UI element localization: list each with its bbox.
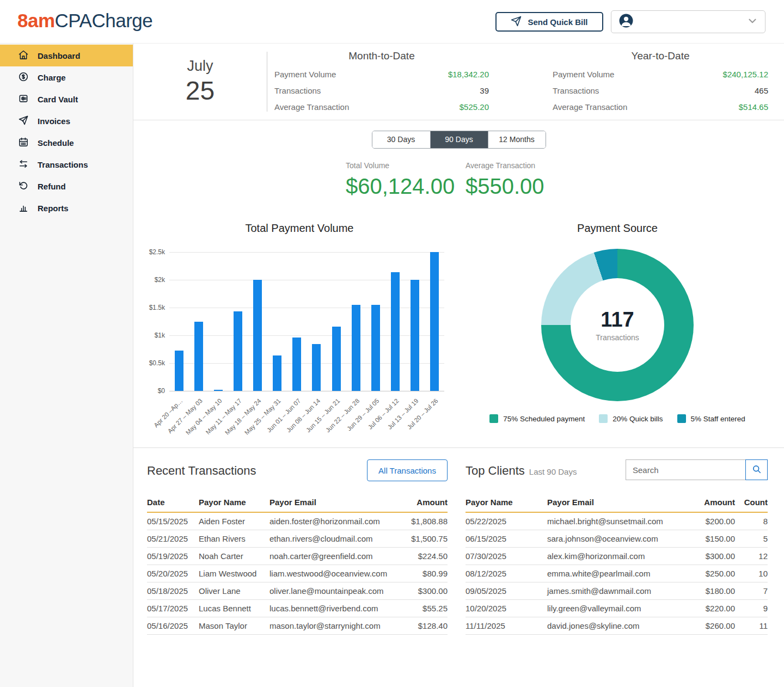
stat-label: Average Transaction [274,102,349,112]
table-cell: 09/05/2025 [465,582,547,599]
app-logo: 8amCPACharge [17,10,152,32]
stat-value: $514.65 [739,102,768,112]
top-clients-header: Top ClientsLast 90 Days [465,457,768,486]
table-cell: 05/17/2025 [147,599,199,617]
table-header-row: Date Payor Name Payor Email Amount [147,493,448,512]
top-clients-panel: Top ClientsLast 90 Days Payor Name Payor… [465,457,768,635]
table-row: 05/15/2025Aiden Fosteraiden.foster@horiz… [147,512,448,530]
table-row: 09/05/2025james.smith@dawnmail.com$180.0… [465,582,768,599]
recent-transactions-table: Date Payor Name Payor Email Amount 05/15… [147,493,448,635]
table-cell: $150.00 [686,530,735,547]
y-axis-tick: $1.5k [149,304,165,311]
stat-value: $18,342.20 [448,70,489,79]
sidebar-item-charge[interactable]: Charge [0,66,133,88]
table-row: 05/22/2025michael.bright@sunsetmail.com$… [465,512,768,530]
table-cell: Lucas Bennett [199,599,270,617]
bar [273,355,281,391]
table-cell: david.jones@skyline.com [547,617,686,634]
table-cell: $300.00 [686,547,735,565]
bar [194,322,203,391]
logo-8am: 8am [17,10,55,31]
stat-label: Average Transaction [553,102,627,112]
tab-12-months[interactable]: 12 Months [488,131,546,148]
send-quick-bill-button[interactable]: Send Quick Bill [495,12,603,32]
user-account-dropdown[interactable] [611,10,765,33]
main-content: July 25 Month-to-Date Payment Volume $18… [133,44,784,687]
bar [352,305,360,391]
table-cell: ethan.rivers@cloudmail.com [270,530,393,547]
search-input[interactable] [626,459,745,480]
charts-section: Total Payment Volume $0$0.5k$1k$1.5k$2k$… [133,217,784,447]
sidebar-item-label: Schedule [38,138,74,148]
table-row: 05/17/2025Lucas Bennettlucas.bennett@riv… [147,599,448,617]
sidebar-item-dashboard[interactable]: Dashboard [0,45,133,66]
column-header-payor-email: Payor Email [270,493,393,512]
table-cell: james.smith@dawnmail.com [547,582,686,599]
column-header-date: Date [147,493,199,512]
average-transaction-summary: Average Transaction $550.00 [465,161,544,199]
stat-value: 465 [755,86,768,95]
table-cell: $128.40 [393,617,448,634]
table-cell: noah.carter@greenfield.com [270,547,393,565]
sidebar-item-card-vault[interactable]: Card Vault [0,88,133,110]
stat-value: 39 [480,86,489,95]
all-transactions-button[interactable]: All Transactions [367,459,448,481]
x-axis-label: May 18 – May 24 [224,397,262,436]
table-cell: 05/21/2025 [147,530,199,547]
table-cell: 10/20/2025 [465,599,547,617]
table-cell: 07/30/2025 [465,547,547,565]
table-cell: $200.00 [686,512,735,530]
y-axis-tick: $0 [158,387,165,395]
table-cell: $220.00 [686,599,735,617]
x-axis-label: May 04 – May 10 [185,397,223,436]
sidebar-item-refund[interactable]: Refund [0,175,133,197]
bar [292,338,301,391]
bar-chart-icon [18,202,29,214]
vault-icon [18,93,29,106]
table-cell: 05/20/2025 [147,565,199,582]
top-clients-title: Top Clients [465,457,525,478]
paper-plane-icon [511,16,522,28]
sidebar-item-reports[interactable]: Reports [0,197,133,219]
table-cell: emma.white@pearlmail.com [547,565,686,582]
table-cell: $180.00 [686,582,735,599]
sidebar-item-invoices[interactable]: Invoices [0,110,133,132]
sidebar-item-schedule[interactable]: Schedule [0,132,133,154]
send-quick-bill-label: Send Quick Bill [528,17,587,27]
sidebar-item-transactions[interactable]: Transactions [0,154,133,175]
dollar-circle-icon [18,71,29,84]
table-cell: 11/11/2025 [465,617,547,634]
top-header: 8amCPACharge Send Quick Bill [0,0,784,44]
sidebar-item-label: Charge [38,73,66,82]
total-volume-value: $60,124.00 [346,174,455,199]
stat-value: $525.20 [460,102,489,112]
payment-source-chart: Payment Source 117 Transactions 75% Sche… [462,222,773,423]
period-tab-group: 30 Days 90 Days 12 Months [372,131,546,149]
bar-plot: $0$0.5k$1k$1.5k$2k$2.5k [169,252,444,391]
table-row: 05/19/2025Noah Carternoah.carter@greenfi… [147,547,448,565]
stat-label: Transactions [274,86,321,95]
sidebar-item-label: Invoices [38,116,70,126]
table-cell: $300.00 [393,582,448,599]
bar [234,311,242,391]
y-axis-tick: $2.5k [149,248,165,256]
tab-90-days[interactable]: 90 Days [430,131,488,148]
table-row: 05/18/2025Oliver Laneoliver.lane@mountai… [147,582,448,599]
table-cell: $250.00 [686,565,735,582]
stat-label: Payment Volume [553,70,614,79]
stat-line: Payment Volume $18,342.20 [274,66,489,82]
total-volume-summary: Total Volume $60,124.00 [346,161,455,199]
table-cell: 5 [735,530,768,547]
donut-legend: 75% Scheduled payment20% Quick bills5% S… [462,414,773,423]
legend-item: 75% Scheduled payment [489,414,585,423]
period-tabs-row: 30 Days 90 Days 12 Months [133,131,784,149]
donut-center: 117 Transactions [571,278,664,372]
table-cell: 7 [735,582,768,599]
top-clients-table: Payor Name Payor Email Amount Count 05/2… [465,493,768,635]
table-cell: Ethan Rivers [199,530,270,547]
table-row: 05/21/2025Ethan Riversethan.rivers@cloud… [147,530,448,547]
date-day: 25 [133,76,267,106]
table-cell: 05/15/2025 [147,512,199,530]
search-button[interactable] [745,459,768,480]
tab-30-days[interactable]: 30 Days [372,131,430,148]
